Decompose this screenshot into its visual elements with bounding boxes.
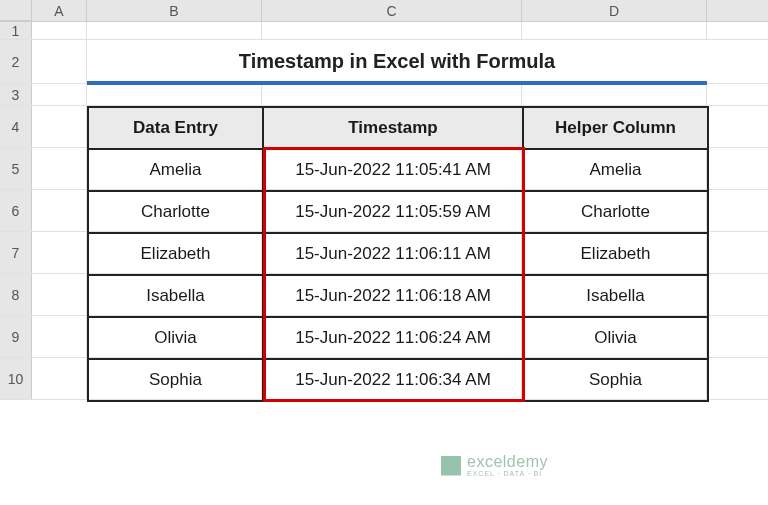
header-data-entry[interactable]: Data Entry: [88, 107, 263, 149]
cell-helper[interactable]: Elizabeth: [523, 233, 708, 275]
cell-d3[interactable]: [522, 84, 707, 105]
row-header-1[interactable]: 1: [0, 22, 32, 39]
title-text: Timestamp in Excel with Formula: [239, 50, 555, 73]
row-header-4[interactable]: 4: [0, 106, 32, 147]
row-header-10[interactable]: 10: [0, 358, 32, 399]
row-header-7[interactable]: 7: [0, 232, 32, 273]
cell-timestamp[interactable]: 15-Jun-2022 11:06:18 AM: [263, 275, 523, 317]
header-helper[interactable]: Helper Column: [523, 107, 708, 149]
cell-timestamp[interactable]: 15-Jun-2022 11:06:11 AM: [263, 233, 523, 275]
table-header-row: Data Entry Timestamp Helper Column: [88, 107, 708, 149]
cell-timestamp[interactable]: 15-Jun-2022 11:06:34 AM: [263, 359, 523, 401]
cell-entry[interactable]: Isabella: [88, 275, 263, 317]
row-header-5[interactable]: 5: [0, 148, 32, 189]
table-row: Sophia 15-Jun-2022 11:06:34 AM Sophia: [88, 359, 708, 401]
table-row: Elizabeth 15-Jun-2022 11:06:11 AM Elizab…: [88, 233, 708, 275]
row-header-2[interactable]: 2: [0, 40, 32, 83]
cell-helper[interactable]: Olivia: [523, 317, 708, 359]
cell-entry[interactable]: Amelia: [88, 149, 263, 191]
cell-entry[interactable]: Sophia: [88, 359, 263, 401]
column-headers: A B C D: [0, 0, 768, 22]
row-header-3[interactable]: 3: [0, 84, 32, 105]
cell-helper[interactable]: Sophia: [523, 359, 708, 401]
cell-helper[interactable]: Isabella: [523, 275, 708, 317]
row-header-6[interactable]: 6: [0, 190, 32, 231]
cell-timestamp[interactable]: 15-Jun-2022 11:05:41 AM: [263, 149, 523, 191]
cell-a9[interactable]: [32, 316, 87, 357]
cell-a5[interactable]: [32, 148, 87, 189]
col-header-a[interactable]: A: [32, 0, 87, 21]
cell-timestamp[interactable]: 15-Jun-2022 11:05:59 AM: [263, 191, 523, 233]
cell-a6[interactable]: [32, 190, 87, 231]
col-header-c[interactable]: C: [262, 0, 522, 21]
cell-helper[interactable]: Charlotte: [523, 191, 708, 233]
table-row: Charlotte 15-Jun-2022 11:05:59 AM Charlo…: [88, 191, 708, 233]
cell-a3[interactable]: [32, 84, 87, 105]
header-timestamp[interactable]: Timestamp: [263, 107, 523, 149]
row-header-8[interactable]: 8: [0, 274, 32, 315]
cell-helper[interactable]: Amelia: [523, 149, 708, 191]
col-header-b[interactable]: B: [87, 0, 262, 21]
row-2: 2 Timestamp in Excel with Formula: [0, 40, 768, 84]
cell-entry[interactable]: Charlotte: [88, 191, 263, 233]
cell-timestamp[interactable]: 15-Jun-2022 11:06:24 AM: [263, 317, 523, 359]
page-title[interactable]: Timestamp in Excel with Formula: [87, 40, 707, 83]
watermark-sub: EXCEL · DATA · BI: [467, 470, 548, 477]
cell-b1[interactable]: [87, 22, 262, 39]
table-row: Amelia 15-Jun-2022 11:05:41 AM Amelia: [88, 149, 708, 191]
select-all-corner[interactable]: [0, 0, 32, 21]
col-header-d[interactable]: D: [522, 0, 707, 21]
cell-d1[interactable]: [522, 22, 707, 39]
cell-a2[interactable]: [32, 40, 87, 83]
watermark-icon: [441, 456, 461, 476]
row-3: 3: [0, 84, 768, 106]
watermark-text: exceldemy EXCEL · DATA · BI: [467, 454, 548, 477]
table-row: Olivia 15-Jun-2022 11:06:24 AM Olivia: [88, 317, 708, 359]
cell-entry[interactable]: Elizabeth: [88, 233, 263, 275]
title-underline: [87, 81, 707, 85]
cell-a7[interactable]: [32, 232, 87, 273]
cell-b3[interactable]: [87, 84, 262, 105]
table-row: Isabella 15-Jun-2022 11:06:18 AM Isabell…: [88, 275, 708, 317]
row-1: 1: [0, 22, 768, 40]
spreadsheet: A B C D 1 2 Timestamp in Excel with Form…: [0, 0, 768, 505]
row-header-9[interactable]: 9: [0, 316, 32, 357]
watermark-main: exceldemy: [467, 454, 548, 470]
cell-entry[interactable]: Olivia: [88, 317, 263, 359]
cell-a10[interactable]: [32, 358, 87, 399]
cell-c3[interactable]: [262, 84, 522, 105]
watermark: exceldemy EXCEL · DATA · BI: [441, 454, 548, 477]
cell-a4[interactable]: [32, 106, 87, 147]
cell-a8[interactable]: [32, 274, 87, 315]
data-table: Data Entry Timestamp Helper Column Ameli…: [87, 106, 709, 402]
cell-c1[interactable]: [262, 22, 522, 39]
cell-a1[interactable]: [32, 22, 87, 39]
